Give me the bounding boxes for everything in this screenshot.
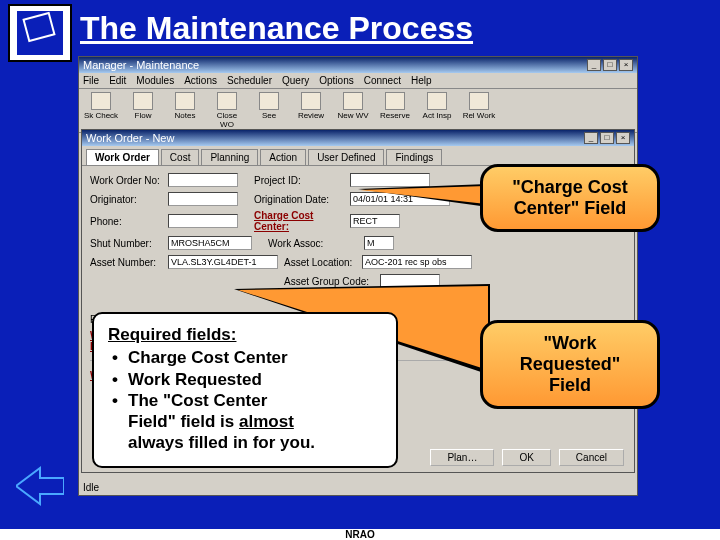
tab-action[interactable]: Action	[260, 149, 306, 165]
menubar: File Edit Modules Actions Scheduler Quer…	[79, 73, 637, 89]
tool-notes[interactable]: Notes	[167, 92, 203, 129]
fld-phone[interactable]	[168, 214, 238, 228]
tool-flow[interactable]: Flow	[125, 92, 161, 129]
menu-edit[interactable]: Edit	[109, 75, 126, 86]
menu-query[interactable]: Query	[282, 75, 309, 86]
subwin-title: Work Order - New	[86, 132, 174, 144]
fld-ccc[interactable]: RECT	[350, 214, 400, 228]
fld-shut[interactable]: MROSHA5CM	[168, 236, 252, 250]
app-titlebar: Manager - Maintenance _ □ ×	[79, 57, 637, 73]
lbl-ccc: Charge Cost Center:	[254, 210, 350, 232]
lbl-orig-date: Origination Date:	[254, 194, 350, 205]
req-item-1: Charge Cost Center	[108, 347, 382, 368]
tool-skcheck[interactable]: Sk Check	[83, 92, 119, 129]
plan-button[interactable]: Plan…	[430, 449, 494, 466]
close-icon[interactable]: ×	[619, 59, 633, 71]
lbl-shut: Shut Number:	[90, 238, 168, 249]
subwin-titlebar: Work Order - New _ □ ×	[82, 130, 634, 146]
lbl-wono: Work Order No:	[90, 175, 168, 186]
tool-review[interactable]: Review	[293, 92, 329, 129]
tool-relwork[interactable]: Rel Work	[461, 92, 497, 129]
lbl-originator: Originator:	[90, 194, 168, 205]
tool-actinsp[interactable]: Act Insp	[419, 92, 455, 129]
fld-work-assoc[interactable]: M	[364, 236, 394, 250]
lbl-asset-loc: Asset Location:	[284, 257, 362, 268]
required-fields-box: Required fields: Charge Cost Center Work…	[92, 312, 398, 468]
tool-newwv[interactable]: New WV	[335, 92, 371, 129]
tab-user-defined[interactable]: User Defined	[308, 149, 384, 165]
cancel-button[interactable]: Cancel	[559, 449, 624, 466]
tab-row: Work Order Cost Planning Action User Def…	[82, 146, 634, 166]
dialog-buttons: Plan… OK Cancel	[430, 449, 624, 466]
toolbar: Sk Check Flow Notes Close WO See Review …	[79, 89, 637, 133]
fld-wono[interactable]	[168, 173, 238, 187]
tab-findings[interactable]: Findings	[386, 149, 442, 165]
app-title: Manager - Maintenance	[83, 59, 199, 71]
lbl-phone: Phone:	[90, 216, 168, 227]
callout-charge-cost-center: "Charge CostCenter" Field	[480, 164, 660, 232]
slide-header: NRAO The Maintenance Process	[0, 0, 720, 62]
menu-file[interactable]: File	[83, 75, 99, 86]
fld-asset-no[interactable]: VLA.SL3Y.GL4DET-1	[168, 255, 278, 269]
statusbar: Idle	[83, 482, 99, 493]
maximize-icon[interactable]: □	[603, 59, 617, 71]
tab-cost[interactable]: Cost	[161, 149, 200, 165]
logo-label: NRAO	[0, 529, 720, 540]
prev-arrow-icon[interactable]	[16, 466, 64, 506]
tab-planning[interactable]: Planning	[201, 149, 258, 165]
slide-title: The Maintenance Process	[80, 10, 473, 47]
fld-originator[interactable]	[168, 192, 238, 206]
lbl-proj: Project ID:	[254, 175, 350, 186]
req-item-2: Work Requested	[108, 369, 382, 390]
menu-scheduler[interactable]: Scheduler	[227, 75, 272, 86]
req-item-3: The "Cost Center Field" field is almost …	[108, 390, 382, 454]
fld-asset-loc[interactable]: AOC-201 rec sp obs	[362, 255, 472, 269]
menu-help[interactable]: Help	[411, 75, 432, 86]
lbl-work-assoc: Work Assoc:	[268, 238, 364, 249]
callout-work-requested: "WorkRequested"Field	[480, 320, 660, 409]
menu-modules[interactable]: Modules	[136, 75, 174, 86]
tool-reserve[interactable]: Reserve	[377, 92, 413, 129]
sub-maximize-icon[interactable]: □	[600, 132, 614, 144]
nrao-logo: NRAO	[8, 4, 72, 62]
lbl-asset-no: Asset Number:	[90, 257, 168, 268]
ok-button[interactable]: OK	[502, 449, 550, 466]
infobox-heading: Required fields:	[108, 324, 382, 345]
menu-actions[interactable]: Actions	[184, 75, 217, 86]
tab-work-order[interactable]: Work Order	[86, 149, 159, 165]
minimize-icon[interactable]: _	[587, 59, 601, 71]
menu-connect[interactable]: Connect	[364, 75, 401, 86]
menu-options[interactable]: Options	[319, 75, 353, 86]
svg-marker-0	[16, 468, 64, 504]
tool-closewo[interactable]: Close WO	[209, 92, 245, 129]
tool-see[interactable]: See	[251, 92, 287, 129]
sub-close-icon[interactable]: ×	[616, 132, 630, 144]
sub-minimize-icon[interactable]: _	[584, 132, 598, 144]
